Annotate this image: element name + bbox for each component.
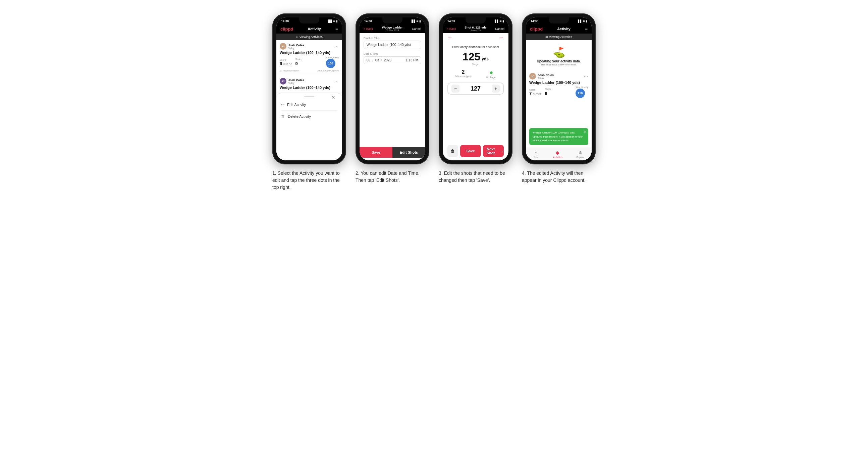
datetime-label: Date & Time [364, 52, 421, 55]
card-footer-1: ⊙ Test Information Data: Clippd Capture [280, 69, 339, 72]
p4-header: clippd Activity ≡ [526, 24, 592, 34]
datetime-row[interactable]: 06 / 03 / 2023 1:13 PM [364, 56, 421, 64]
distance-unit: yds [482, 57, 489, 61]
shot-title-3: Shot 6, 125 yds [465, 26, 487, 29]
dots-4[interactable]: ··· [584, 74, 588, 79]
difference-stat: 2 Difference (yds) [455, 69, 471, 79]
success-close[interactable]: ✕ [584, 129, 586, 134]
p2-body: Practice Title Wedge Ladder (100–140 yds… [360, 33, 425, 147]
nav-center-2: Wedge Ladder 06 Mar 2023 [382, 26, 403, 32]
cancel-button-3[interactable]: Cancel [495, 27, 504, 31]
shot-quality-block-1: Shot Quality 130 [326, 56, 339, 68]
success-banner: 'Wedge Ladder (100–140 yds)' was updated… [529, 128, 588, 145]
tab-home[interactable]: ⌂ Home [533, 150, 539, 158]
notch-4 [549, 18, 569, 24]
next-shot-button[interactable]: Next Shot → [483, 145, 504, 157]
phone-screen-3: 14:39 ▋▋ ≋ ▮ < Back Shot 6, 125 yds Scor… [443, 18, 508, 160]
distance-input-row: − 127 + [447, 83, 504, 95]
avatar-4: JC [529, 73, 536, 80]
status-icons-3: ▋▋ ≋ ▮ [495, 20, 504, 23]
practice-label: Practice Title [364, 37, 421, 39]
activity-card-1: JC Josh Coles Today ··· Wedge Ladder (10… [276, 40, 342, 75]
phone-frame-3: 14:39 ▋▋ ≋ ▮ < Back Shot 6, 125 yds Scor… [439, 13, 513, 164]
phone-col-4: 14:38 ▋▋ ≋ ▮ clippd Activity ≡ ⊞ Viewing… [522, 13, 596, 184]
time-1: 14:38 [281, 20, 289, 23]
cancel-button-2[interactable]: Cancel [412, 27, 421, 31]
home-icon: ⌂ [535, 150, 537, 155]
caption-3: 3. Edit the shots that need to be change… [439, 170, 513, 184]
next-arrow-icon: → [500, 149, 504, 153]
user-date-1: Today [288, 47, 304, 49]
card-top-2: JC Josh Coles Today ··· [280, 78, 339, 85]
edit-shots-button[interactable]: Edit Shots [393, 147, 425, 158]
diff-label: Difference (yds) [455, 75, 471, 77]
caption-1: 1. Select the Activity you want to edit … [272, 170, 346, 191]
viewing-bar-4: ⊞ Viewing Activities [526, 34, 592, 40]
menu-icon-4[interactable]: ≡ [585, 26, 588, 32]
card-user-1: JC Josh Coles Today [280, 43, 304, 50]
practice-input[interactable]: Wedge Ladder (100–140 yds) [364, 40, 421, 49]
phone-frame-1: 14:38 ▋▋ ≋ ▮ clippd Activity ≡ ⊞ Viewing… [272, 13, 346, 164]
shots-block-1: Shots 9 [296, 58, 302, 66]
sheet-handle [304, 96, 314, 97]
sheet-delete-item[interactable]: 🗑 Delete Activity [281, 111, 337, 122]
p4-card: JC Josh Coles Today ··· Wedge Ladder (10… [526, 70, 592, 128]
menu-icon-1[interactable]: ≡ [335, 26, 338, 32]
trash-icon: 🗑 [281, 114, 285, 119]
target-label: Target [472, 63, 479, 66]
carry-hint: Enter carry distance for each shot [452, 45, 499, 49]
nav-subtitle-2: 06 Mar 2023 [382, 29, 403, 32]
phone-screen-4: 14:38 ▋▋ ≋ ▮ clippd Activity ≡ ⊞ Viewing… [526, 18, 592, 160]
sheet-edit-item[interactable]: ✏ Edit Activity [281, 99, 337, 111]
card-title-2: Wedge Ladder (100–140 yds) [280, 86, 339, 90]
dots-2[interactable]: ··· [334, 79, 339, 84]
delete-label: Delete Activity [288, 115, 311, 118]
diff-val: 2 [455, 69, 471, 75]
shot-nav-row: ← → [443, 33, 508, 42]
time-2: 14:38 [364, 20, 372, 23]
plus-button[interactable]: + [492, 85, 500, 93]
delete-button-3[interactable]: 🗑 [447, 145, 458, 157]
nav-center-3: Shot 6, 125 yds Score 7/9 [465, 26, 487, 32]
golf-flag-icon: ⛳ [553, 46, 565, 58]
notch-1 [299, 18, 319, 24]
prev-shot-arrow[interactable]: ← [447, 35, 453, 40]
tab-activities[interactable]: ◆ Activities [553, 150, 562, 158]
back-button-3[interactable]: < Back [447, 27, 456, 31]
activities-icon: ◆ [556, 150, 559, 155]
sheet-close[interactable]: ✕ [331, 95, 335, 100]
notch-2 [382, 18, 402, 24]
capture-label: Capture [576, 156, 585, 158]
score-block-4: Score 7 OUT OF [529, 89, 542, 96]
dots-1[interactable]: ··· [334, 44, 339, 49]
p2-nav: < Back Wedge Ladder 06 Mar 2023 Cancel [360, 24, 425, 33]
next-shot-arrow[interactable]: → [498, 35, 504, 40]
card-top-1: JC Josh Coles Today ··· [280, 43, 339, 50]
user-date-2: Today [288, 82, 304, 84]
phone-col-1: 14:38 ▋▋ ≋ ▮ clippd Activity ≡ ⊞ Viewing… [272, 13, 346, 191]
minus-button[interactable]: − [452, 85, 460, 93]
distance-display: 125 yds [463, 51, 489, 62]
save-button-3[interactable]: Save [460, 145, 481, 157]
success-text: 'Wedge Ladder (100–140 yds)' was updated… [533, 131, 583, 142]
tab-capture[interactable]: ⊕ Capture [576, 150, 585, 158]
phone-frame-4: 14:38 ▋▋ ≋ ▮ clippd Activity ≡ ⊞ Viewing… [522, 13, 596, 164]
back-button-2[interactable]: < Back [364, 27, 373, 31]
status-icons-1: ▋▋ ≋ ▮ [328, 20, 337, 23]
user-info-1: Josh Coles Today [288, 43, 304, 49]
edit-icon: ✏ [281, 102, 284, 107]
shot-badge-1: 130 [326, 59, 335, 68]
card-top-4: JC Josh Coles Today ··· [529, 73, 588, 80]
avatar-1: JC [280, 43, 286, 50]
hit-label: Hit Target [486, 76, 496, 79]
caption-2: 2. You can edit Date and Time. Then tap … [355, 170, 429, 184]
phone-screen-1: 14:38 ▋▋ ≋ ▮ clippd Activity ≡ ⊞ Viewing… [276, 18, 342, 160]
viewing-bar-1: ⊞ Viewing Activities [276, 34, 342, 40]
updating-section: ⛳ Updating your activity data. This may … [526, 40, 592, 70]
activity-card-2: JC Josh Coles Today ··· Wedge Ladder (10… [276, 75, 342, 93]
status-icons-4: ▋▋ ≋ ▮ [578, 20, 587, 23]
user-info-4: Josh Coles Today [538, 73, 554, 79]
hit-target-icon: ● [486, 69, 496, 76]
save-button-2[interactable]: Save [360, 147, 393, 158]
time-4: 14:38 [531, 20, 538, 23]
